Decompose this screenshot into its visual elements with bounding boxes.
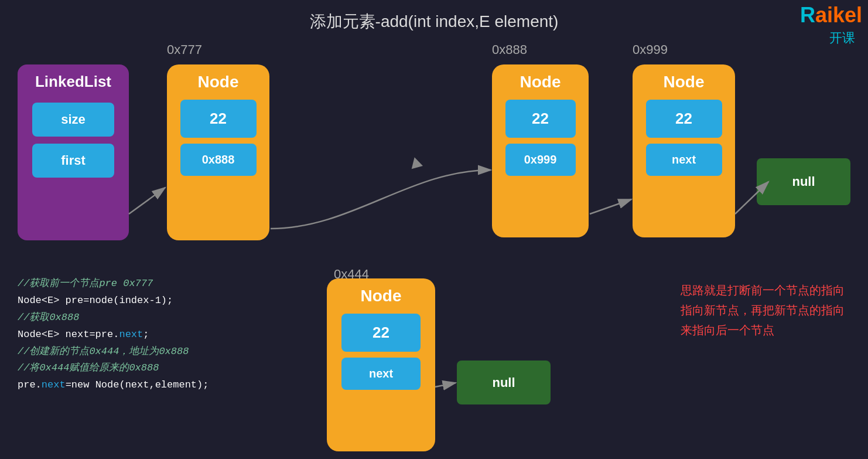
page-title: 添加元素-add(int index,E element) — [0, 11, 868, 33]
code-line-2: Node<E> pre=node(index-1); — [18, 293, 209, 310]
null-box-2: null — [457, 361, 551, 404]
logo-brand: Raikel — [800, 3, 862, 28]
code-line-6: //将0x444赋值给原来的0x888 — [18, 360, 209, 377]
node-box-1: Node 22 0x888 — [167, 64, 269, 240]
node-value-4: 22 — [341, 314, 421, 352]
code-line-7: pre.next=new Node(next,element); — [18, 377, 209, 394]
cursor-indicator — [409, 156, 423, 169]
node-value-2: 22 — [505, 100, 576, 138]
node-title-3: Node — [664, 73, 705, 91]
code-line-5: //创建新的节点0x444，地址为0x888 — [18, 344, 209, 361]
node-title-1: Node — [198, 73, 239, 91]
ll-field-size: size — [32, 103, 114, 137]
node-next-1: 0x888 — [180, 144, 257, 176]
ll-field-first: first — [32, 144, 114, 178]
code-block: //获取前一个节点pre 0x777 Node<E> pre=node(inde… — [18, 276, 209, 394]
node-next-3: next — [646, 144, 722, 176]
code-line-4: Node<E> next=pre.next; — [18, 327, 209, 344]
node-box-2: Node 22 0x999 — [492, 64, 589, 237]
node-box-4: Node 22 next — [327, 278, 435, 451]
node-value-1: 22 — [180, 100, 257, 138]
description-text: 思路就是打断前一个节点的指向 指向新节点，再把新节点的指向 来指向后一个节点 — [681, 280, 845, 340]
null-box-1: null — [757, 158, 850, 205]
node-next-2: 0x999 — [505, 144, 576, 176]
code-line-3: //获取0x888 — [18, 310, 209, 327]
node-title-4: Node — [361, 287, 402, 305]
logo-subtitle: 开课 — [829, 29, 855, 47]
node-title-2: Node — [520, 73, 561, 91]
svg-line-5 — [435, 383, 456, 387]
address-0x888: 0x888 — [492, 42, 527, 57]
linked-list-box: LinkedList size first — [18, 64, 129, 240]
svg-line-3 — [590, 199, 631, 214]
node-box-3: Node 22 next — [633, 64, 735, 237]
node-value-3: 22 — [646, 100, 722, 138]
address-0x777: 0x777 — [167, 42, 202, 57]
node-next-4: next — [341, 358, 421, 390]
svg-line-2 — [129, 188, 165, 214]
address-0x999: 0x999 — [633, 42, 668, 57]
linked-list-title: LinkedList — [35, 73, 111, 91]
code-line-1: //获取前一个节点pre 0x777 — [18, 276, 209, 293]
